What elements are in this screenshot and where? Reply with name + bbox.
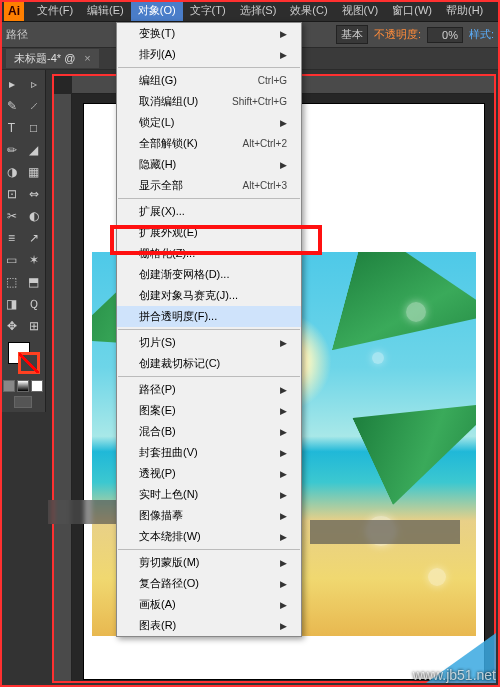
- opacity-input[interactable]: 0%: [427, 27, 463, 43]
- menu-7[interactable]: 窗口(W): [385, 0, 439, 21]
- menu-item[interactable]: 扩展(X)...: [117, 201, 301, 222]
- tool-18[interactable]: ⬚: [2, 272, 22, 292]
- menubar: Ai 文件(F)编辑(E)对象(O)文字(T)选择(S)效果(C)视图(V)窗口…: [0, 0, 500, 22]
- tool-14[interactable]: ≡: [2, 228, 22, 248]
- tool-21[interactable]: Ｑ: [24, 294, 44, 314]
- tab-zoom: @: [64, 52, 75, 64]
- menu-item[interactable]: 创建渐变网格(D)...: [117, 264, 301, 285]
- none-mode-icon[interactable]: [31, 380, 43, 392]
- menu-item[interactable]: 复合路径(O)▶: [117, 573, 301, 594]
- tool-15[interactable]: ↗: [24, 228, 44, 248]
- tool-4[interactable]: T: [2, 118, 22, 138]
- stroke-basic[interactable]: 基本: [336, 25, 368, 44]
- tab-title: 未标题-4*: [14, 52, 61, 64]
- menu-item[interactable]: 路径(P)▶: [117, 379, 301, 400]
- tool-10[interactable]: ⊡: [2, 184, 22, 204]
- menu-6[interactable]: 视图(V): [335, 0, 386, 21]
- object-menu-dropdown: 变换(T)▶排列(A)▶编组(G)Ctrl+G取消编组(U)Shift+Ctrl…: [116, 22, 302, 637]
- tool-0[interactable]: ▸: [2, 74, 22, 94]
- tool-2[interactable]: ✎: [2, 96, 22, 116]
- path-label: 路径: [6, 27, 28, 42]
- menu-4[interactable]: 选择(S): [233, 0, 284, 21]
- menu-3[interactable]: 文字(T): [183, 0, 233, 21]
- menu-2[interactable]: 对象(O): [131, 0, 183, 21]
- menu-item[interactable]: 封套扭曲(V)▶: [117, 442, 301, 463]
- tool-23[interactable]: ⊞: [24, 316, 44, 336]
- menu-item[interactable]: 文本绕排(W)▶: [117, 526, 301, 547]
- app-logo: Ai: [4, 1, 24, 21]
- document-tab[interactable]: 未标题-4* @ ×: [6, 49, 99, 68]
- menu-1[interactable]: 编辑(E): [80, 0, 131, 21]
- menu-0[interactable]: 文件(F): [30, 0, 80, 21]
- tool-16[interactable]: ▭: [2, 250, 22, 270]
- menu-item[interactable]: 排列(A)▶: [117, 44, 301, 65]
- tool-11[interactable]: ⇔: [24, 184, 44, 204]
- menu-item[interactable]: 扩展外观(E): [117, 222, 301, 243]
- menu-item[interactable]: 切片(S)▶: [117, 332, 301, 353]
- gradient-mode-icon[interactable]: [17, 380, 29, 392]
- menu-item[interactable]: 锁定(L)▶: [117, 112, 301, 133]
- toolbox: ▸▹✎⟋T□✏◢◑▦⊡⇔✂◐≡↗▭✶⬚⬒◨Ｑ✥⊞: [0, 70, 46, 412]
- tool-20[interactable]: ◨: [2, 294, 22, 314]
- tool-3[interactable]: ⟋: [24, 96, 44, 116]
- menu-item[interactable]: 剪切蒙版(M)▶: [117, 552, 301, 573]
- tool-8[interactable]: ◑: [2, 162, 22, 182]
- tool-1[interactable]: ▹: [24, 74, 44, 94]
- tool-6[interactable]: ✏: [2, 140, 22, 160]
- menu-item[interactable]: 创建对象马赛克(J)...: [117, 285, 301, 306]
- menu-item[interactable]: 混合(B)▶: [117, 421, 301, 442]
- tool-9[interactable]: ▦: [24, 162, 44, 182]
- menu-item[interactable]: 全部解锁(K)Alt+Ctrl+2: [117, 133, 301, 154]
- tool-12[interactable]: ✂: [2, 206, 22, 226]
- screen-mode-icon[interactable]: [14, 396, 32, 408]
- menu-item[interactable]: 隐藏(H)▶: [117, 154, 301, 175]
- menu-item[interactable]: 实时上色(N)▶: [117, 484, 301, 505]
- color-mode-icon[interactable]: [3, 380, 15, 392]
- menu-item[interactable]: 图案(E)▶: [117, 400, 301, 421]
- menu-item[interactable]: 编组(G)Ctrl+G: [117, 70, 301, 91]
- watermark-text: www.jb51.net: [413, 667, 496, 683]
- menu-8[interactable]: 帮助(H): [439, 0, 490, 21]
- menu-item[interactable]: 拼合透明度(F)...: [117, 306, 301, 327]
- close-icon[interactable]: ×: [84, 52, 90, 64]
- tool-17[interactable]: ✶: [24, 250, 44, 270]
- menu-5[interactable]: 效果(C): [283, 0, 334, 21]
- menu-item[interactable]: 显示全部Alt+Ctrl+3: [117, 175, 301, 196]
- tool-19[interactable]: ⬒: [24, 272, 44, 292]
- tool-7[interactable]: ◢: [24, 140, 44, 160]
- menu-item[interactable]: 图像描摹▶: [117, 505, 301, 526]
- menu-item[interactable]: 变换(T)▶: [117, 23, 301, 44]
- color-swatches[interactable]: [2, 342, 43, 378]
- menu-item[interactable]: 创建裁切标记(C): [117, 353, 301, 374]
- menu-item[interactable]: 画板(A)▶: [117, 594, 301, 615]
- menu-item[interactable]: 栅格化(Z)...: [117, 243, 301, 264]
- stroke-swatch[interactable]: [18, 352, 40, 374]
- tool-5[interactable]: □: [24, 118, 44, 138]
- menu-item[interactable]: 图表(R)▶: [117, 615, 301, 636]
- menu-item[interactable]: 透视(P)▶: [117, 463, 301, 484]
- tool-13[interactable]: ◐: [24, 206, 44, 226]
- opacity-label: 不透明度:: [374, 27, 421, 42]
- tool-22[interactable]: ✥: [2, 316, 22, 336]
- menu-item[interactable]: 取消编组(U)Shift+Ctrl+G: [117, 91, 301, 112]
- ruler-vertical: [54, 94, 72, 681]
- style-label: 样式:: [469, 27, 494, 42]
- blur-overlay: [310, 520, 460, 544]
